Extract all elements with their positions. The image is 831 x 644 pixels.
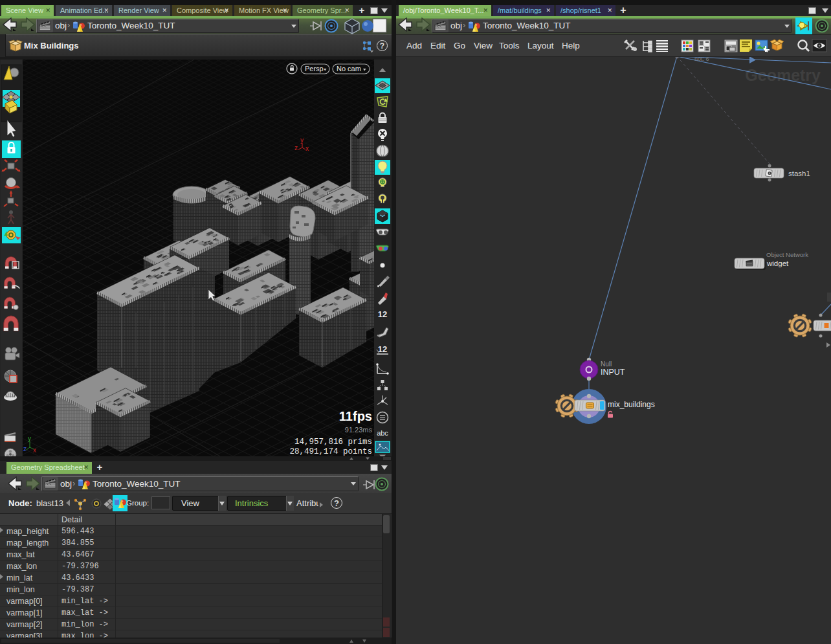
svg-text:28,491,174 points: 28,491,174 points [289,447,372,456]
svg-text:mix_buildings: mix_buildings [608,400,655,409]
svg-text:y: y [28,435,31,442]
svg-text:INPUT: INPUT [601,368,625,377]
svg-text:Object Network: Object Network [766,251,808,258]
svg-text:not: 6: not: 6 [694,57,709,62]
svg-text:12: 12 [378,309,387,319]
svg-text:x: x [33,447,36,454]
svg-text:y: y [300,137,304,144]
svg-text:x: x [305,145,309,152]
svg-text:Geometry: Geometry [745,66,821,84]
svg-text:Null: Null [601,361,612,368]
svg-text:z: z [23,445,27,452]
svg-text:12: 12 [378,344,387,354]
svg-text:91.23ms: 91.23ms [345,426,373,434]
svg-text:stash1: stash1 [788,170,810,177]
svg-text:14,957,816 prims: 14,957,816 prims [294,438,372,447]
svg-text:11fps: 11fps [339,409,372,423]
svg-text:No cam: No cam [337,65,361,72]
svg-text:widget: widget [766,260,789,267]
svg-text:Persp: Persp [305,65,324,72]
svg-text:abc: abc [377,429,388,437]
svg-text:z: z [294,144,298,151]
